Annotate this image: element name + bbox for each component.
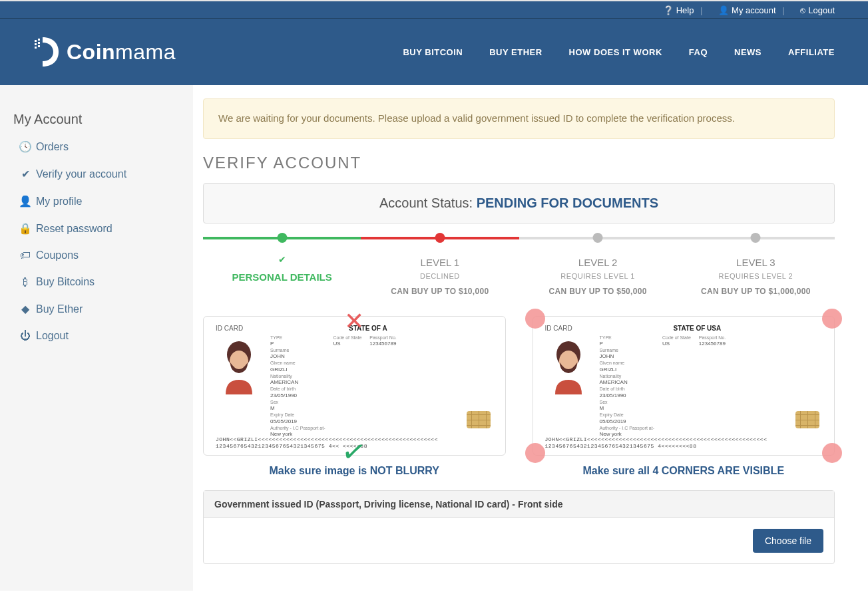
sidebar-heading: My Account [13, 112, 193, 127]
my-account-label: My account [732, 1, 775, 20]
logout-link[interactable]: ⎋Logout [800, 1, 835, 20]
sidebar-item-label: Buy Ether [36, 303, 83, 315]
nav-news[interactable]: NEWS [734, 47, 761, 57]
step-level-3: LEVEL 3 REQUIRES LEVEL 2 CAN BUY UP TO $… [677, 237, 835, 296]
topbar: ❔Help | 👤My account | ⎋Logout [0, 0, 868, 19]
chip-icon [467, 411, 491, 428]
step-sub: REQUIRES LEVEL 2 [677, 272, 835, 280]
separator: | [700, 5, 702, 15]
user-icon: 👤 [718, 1, 729, 20]
id-photo [216, 335, 262, 394]
nav-how-it-works[interactable]: HOW DOES IT WORK [569, 47, 662, 57]
corner-dot-icon [822, 309, 842, 329]
id-card-state: STATE OF A [349, 325, 387, 332]
example-caption: Make sure all 4 CORNERS ARE VISIBLE [533, 465, 835, 477]
nav-buy-ether[interactable]: BUY ETHER [489, 47, 542, 57]
id-card-blurry: ✕ ID CARDSTATE OF A TYPEP SurnameJOHN Gi… [203, 316, 506, 456]
check-icon: ✔ [20, 168, 31, 180]
step-level-1: LEVEL 1 DECLINED CAN BUY UP TO $10,000 [361, 237, 519, 296]
clock-icon: 🕓 [20, 140, 31, 153]
choose-file-button[interactable]: Choose file [753, 529, 823, 553]
status-label: Account Status: [379, 196, 477, 210]
step-label: LEVEL 2 [519, 257, 677, 268]
separator: | [782, 5, 784, 15]
corner-dot-icon [525, 443, 545, 463]
sidebar-item-reset-password[interactable]: 🔒Reset password [20, 222, 193, 235]
sidebar-item-buy-bitcoins[interactable]: ₿Buy Bitcoins [20, 276, 193, 288]
svg-rect-4 [35, 47, 37, 49]
sidebar-item-label: Reset password [36, 223, 112, 235]
sidebar-item-label: Orders [36, 141, 69, 153]
sidebar: My Account 🕓Orders ✔Verify your account … [0, 85, 193, 591]
step-limit: CAN BUY UP TO $50,000 [519, 287, 677, 296]
chip-icon [795, 411, 819, 428]
id-card-label: ID CARD [545, 325, 572, 332]
sidebar-item-label: My profile [36, 196, 82, 208]
page-title: VERIFY ACCOUNT [203, 154, 835, 172]
progress-steps: ✔ PERSONAL DETAILS LEVEL 1 DECLINED CAN … [203, 237, 835, 296]
alert-banner: We are waiting for your documents. Pleas… [203, 98, 835, 139]
account-status-box: Account Status: PENDING FOR DOCUMENTS [203, 183, 835, 223]
svg-rect-2 [35, 43, 37, 45]
sidebar-item-label: Logout [36, 330, 69, 342]
sidebar-item-label: Verify your account [36, 168, 126, 180]
sidebar-item-buy-ether[interactable]: ◆Buy Ether [20, 303, 193, 315]
ethereum-icon: ◆ [20, 303, 31, 315]
status-value: PENDING FOR DOCUMENTS [477, 196, 658, 210]
step-label: LEVEL 3 [677, 257, 835, 268]
step-dot [277, 233, 287, 243]
logo-text: Coinmama [67, 40, 176, 65]
id-card-state: STATE OF USA [673, 325, 721, 332]
step-dot [435, 233, 445, 243]
svg-rect-5 [38, 45, 40, 47]
sidebar-item-verify[interactable]: ✔Verify your account [20, 168, 193, 180]
id-card-corners: ID CARDSTATE OF USA TYPEP SurnameJOHN Gi… [533, 316, 835, 456]
step-label: PERSONAL DETAILS [203, 271, 361, 283]
step-limit: CAN BUY UP TO $10,000 [361, 287, 519, 296]
step-sub: DECLINED [361, 272, 519, 280]
mrz: JOHN<<GRIZLI<<<<<<<<<<<<<<<<<<<<<<<<<<<<… [545, 436, 823, 449]
main-content: We are waiting for your documents. Pleas… [193, 85, 868, 591]
sidebar-item-coupons[interactable]: 🏷Coupons [20, 249, 193, 261]
svg-rect-0 [35, 40, 37, 42]
logo[interactable]: Coinmama [33, 36, 176, 68]
my-account-link[interactable]: 👤My account [718, 1, 775, 20]
nav-affiliate[interactable]: AFFILIATE [788, 47, 835, 57]
step-limit: CAN BUY UP TO $1,000,000 [677, 287, 835, 296]
sidebar-item-logout[interactable]: ⏻Logout [20, 330, 193, 342]
check-icon: ✔ [203, 254, 361, 265]
sidebar-item-label: Coupons [36, 249, 79, 261]
upload-box: Government issued ID (Passport, Driving … [203, 490, 835, 564]
sidebar-item-orders[interactable]: 🕓Orders [20, 140, 193, 153]
step-sub: REQUIRES LEVEL 1 [519, 272, 677, 280]
id-examples: ✕ ID CARDSTATE OF A TYPEP SurnameJOHN Gi… [203, 316, 835, 477]
example-caption: Make sure image is NOT BLURRY [203, 465, 506, 477]
lock-icon: 🔒 [20, 222, 31, 235]
id-photo [545, 335, 592, 394]
step-dot [593, 233, 603, 243]
step-dot [751, 233, 761, 243]
svg-rect-1 [38, 39, 40, 41]
sidebar-item-profile[interactable]: 👤My profile [20, 195, 193, 208]
logout-icon: ⎋ [800, 1, 805, 20]
id-card-label: ID CARD [216, 325, 243, 332]
help-icon: ❔ [663, 1, 674, 20]
nav-faq[interactable]: FAQ [689, 47, 708, 57]
example-not-blurry: ✕ ID CARDSTATE OF A TYPEP SurnameJOHN Gi… [203, 316, 506, 477]
tag-icon: 🏷 [20, 249, 31, 261]
step-personal-details: ✔ PERSONAL DETAILS [203, 237, 361, 296]
sidebar-item-label: Buy Bitcoins [36, 276, 95, 288]
step-label: LEVEL 1 [361, 257, 519, 268]
svg-rect-3 [38, 42, 40, 44]
mrz: JOHN<<GRIZLI<<<<<<<<<<<<<<<<<<<<<<<<<<<<… [216, 436, 493, 449]
example-corners-visible: ID CARDSTATE OF USA TYPEP SurnameJOHN Gi… [533, 316, 835, 477]
upload-header: Government issued ID (Passport, Driving … [204, 491, 834, 518]
user-icon: 👤 [20, 195, 31, 208]
nav-links: BUY BITCOIN BUY ETHER HOW DOES IT WORK F… [403, 47, 835, 57]
corner-dot-icon [525, 309, 545, 329]
logout-label: Logout [808, 1, 835, 20]
help-link[interactable]: ❔Help [663, 1, 694, 20]
nav-buy-bitcoin[interactable]: BUY BITCOIN [403, 47, 463, 57]
power-icon: ⏻ [20, 330, 31, 342]
corner-dot-icon [822, 443, 842, 463]
